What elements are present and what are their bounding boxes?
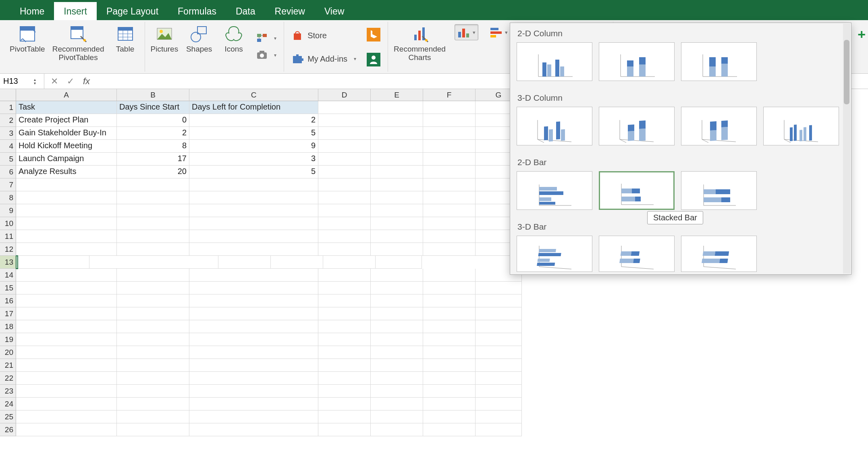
cell-E10[interactable]	[371, 217, 423, 230]
clustered-column-option[interactable]	[517, 42, 592, 81]
cell-C10[interactable]	[189, 217, 318, 230]
tab-data[interactable]: Data	[226, 2, 265, 20]
cell-A9[interactable]	[16, 204, 117, 217]
cell-E4[interactable]	[371, 140, 423, 153]
row-header-17[interactable]: 17	[0, 307, 16, 320]
row-header-6[interactable]: 6	[0, 166, 16, 178]
cell-G18[interactable]	[476, 320, 522, 333]
cell-F22[interactable]	[423, 372, 476, 385]
cell-F2[interactable]	[423, 114, 476, 127]
cell-B19[interactable]	[117, 333, 189, 346]
cell-C24[interactable]	[189, 398, 318, 410]
cell-C23[interactable]	[189, 385, 318, 398]
stacked-bar-option[interactable]	[599, 171, 675, 210]
row-header-10[interactable]: 10	[0, 217, 16, 230]
3d-100-stacked-column-option[interactable]	[681, 107, 757, 145]
cell-A25[interactable]	[16, 410, 117, 423]
row-header-22[interactable]: 22	[0, 372, 16, 385]
cell-E14[interactable]	[371, 269, 423, 282]
cell-B3[interactable]: 2	[117, 127, 189, 140]
column-header-B[interactable]: B	[117, 89, 189, 101]
cell-F10[interactable]	[423, 217, 476, 230]
cell-D13[interactable]	[218, 256, 271, 269]
cell-F4[interactable]	[423, 140, 476, 153]
cell-F25[interactable]	[423, 410, 476, 423]
cell-F16[interactable]	[423, 294, 476, 307]
my-addins-button[interactable]: My Add-ins ▾	[289, 51, 359, 66]
cell-E13[interactable]	[271, 256, 323, 269]
100-stacked-bar-option[interactable]	[681, 171, 757, 210]
cell-E19[interactable]	[371, 333, 423, 346]
cell-F17[interactable]	[423, 307, 476, 320]
cell-C7[interactable]	[189, 178, 318, 191]
cell-D1[interactable]	[318, 101, 371, 114]
cell-D18[interactable]	[318, 320, 371, 333]
cell-A5[interactable]: Launch Campaign	[16, 153, 117, 166]
cell-E16[interactable]	[371, 294, 423, 307]
cell-D25[interactable]	[318, 410, 371, 423]
cell-B8[interactable]	[117, 191, 189, 204]
cell-E1[interactable]	[371, 101, 423, 114]
cell-A6[interactable]: Analyze Results	[16, 166, 117, 178]
cell-D10[interactable]	[318, 217, 371, 230]
cell-C18[interactable]	[189, 320, 318, 333]
tab-insert[interactable]: Insert	[54, 2, 97, 20]
row-header-15[interactable]: 15	[0, 282, 16, 294]
cell-D19[interactable]	[318, 333, 371, 346]
cell-F1[interactable]	[423, 101, 476, 114]
row-header-26[interactable]: 26	[0, 423, 16, 436]
cell-B10[interactable]	[117, 217, 189, 230]
cell-B1[interactable]: Days Since Start	[117, 101, 189, 114]
cell-G26[interactable]	[476, 423, 522, 436]
cell-E26[interactable]	[371, 423, 423, 436]
cell-D24[interactable]	[318, 398, 371, 410]
cell-E3[interactable]	[371, 127, 423, 140]
cell-B18[interactable]	[117, 320, 189, 333]
tab-page-layout[interactable]: Page Layout	[97, 2, 168, 20]
cell-G13[interactable]	[376, 256, 422, 269]
cell-C11[interactable]	[189, 230, 318, 243]
clustered-bar-option[interactable]	[517, 171, 592, 210]
cell-B7[interactable]	[117, 178, 189, 191]
cell-G19[interactable]	[476, 333, 522, 346]
3d-stacked-bar-option[interactable]	[599, 236, 675, 272]
cell-F6[interactable]	[423, 166, 476, 178]
cell-D12[interactable]	[318, 243, 371, 256]
cell-C9[interactable]	[189, 204, 318, 217]
cell-F12[interactable]	[423, 243, 476, 256]
cell-A15[interactable]	[16, 282, 117, 294]
cell-F24[interactable]	[423, 398, 476, 410]
cell-G25[interactable]	[476, 410, 522, 423]
cell-D16[interactable]	[318, 294, 371, 307]
cell-E11[interactable]	[371, 230, 423, 243]
cell-G23[interactable]	[476, 385, 522, 398]
cell-A20[interactable]	[16, 346, 117, 359]
cell-F18[interactable]	[423, 320, 476, 333]
bing-maps-button[interactable]	[364, 26, 383, 43]
cell-F23[interactable]	[423, 385, 476, 398]
scrollbar-thumb[interactable]	[844, 40, 849, 104]
cell-C15[interactable]	[189, 282, 318, 294]
cell-A1[interactable]: Task	[16, 101, 117, 114]
cell-C2[interactable]: 2	[189, 114, 318, 127]
cell-A26[interactable]	[16, 423, 117, 436]
cell-D11[interactable]	[318, 230, 371, 243]
tab-home[interactable]: Home	[10, 2, 54, 20]
cell-E20[interactable]	[371, 346, 423, 359]
row-header-13[interactable]: 13	[0, 256, 16, 269]
cell-A22[interactable]	[16, 372, 117, 385]
cell-D14[interactable]	[318, 269, 371, 282]
store-button[interactable]: Store	[289, 28, 359, 43]
cancel-formula-button[interactable]: ✕	[51, 76, 58, 87]
row-header-3[interactable]: 3	[0, 127, 16, 140]
cell-F26[interactable]	[423, 423, 476, 436]
cell-F3[interactable]	[423, 127, 476, 140]
cell-D3[interactable]	[318, 127, 371, 140]
cell-B21[interactable]	[117, 359, 189, 372]
row-header-23[interactable]: 23	[0, 385, 16, 398]
cell-G15[interactable]	[476, 282, 522, 294]
cell-G16[interactable]	[476, 294, 522, 307]
cell-F13[interactable]	[323, 256, 376, 269]
cell-E15[interactable]	[371, 282, 423, 294]
cell-A4[interactable]: Hold Kickoff Meeting	[16, 140, 117, 153]
